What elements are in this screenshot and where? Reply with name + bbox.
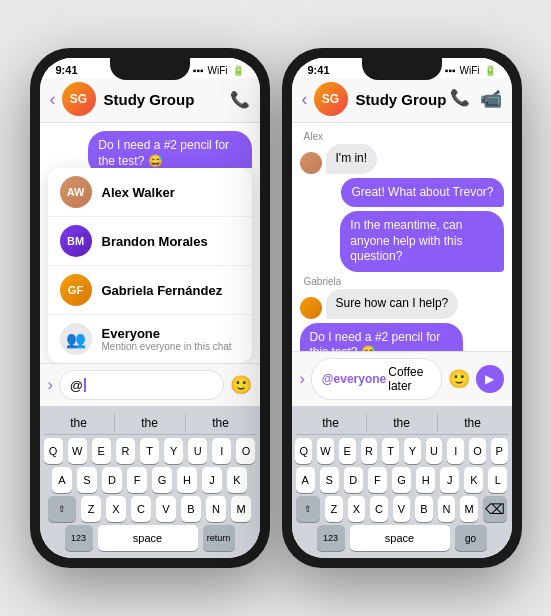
key2-go[interactable]: go [455,525,487,551]
key-w[interactable]: W [68,438,87,464]
key2-123[interactable]: 123 [317,525,345,551]
chat-area-2: Alex I'm in! Great! What about Trevor? I… [292,123,512,351]
key2-delete[interactable]: ⌫ [483,496,508,522]
key2-j[interactable]: J [440,467,459,493]
key-j[interactable]: J [202,467,222,493]
status-bar-2: 9:41 ▪▪▪ WiFi 🔋 [292,58,512,78]
key-space-1[interactable]: space [98,525,198,551]
key-a[interactable]: A [52,467,72,493]
mention-info-gabriela: Gabriela Fernández [102,283,240,298]
group-avatar-1: SG [62,82,96,116]
key-m[interactable]: M [231,496,251,522]
mention-dropdown: AW Alex Walker BM Brandon Morales GF [48,168,252,363]
key2-v[interactable]: V [393,496,411,522]
suggestion-2-1[interactable]: the [296,414,367,432]
suggestion-1-2[interactable]: the [115,414,186,432]
key-h[interactable]: H [177,467,197,493]
key-f[interactable]: F [127,467,147,493]
key-o[interactable]: O [236,438,255,464]
expand-icon-1[interactable]: › [48,376,53,394]
key-d[interactable]: D [102,467,122,493]
alex-avatar [300,152,322,174]
key-q[interactable]: Q [44,438,63,464]
expand-icon-2[interactable]: › [300,370,305,388]
key-123-1[interactable]: 123 [65,525,93,551]
message-input-2[interactable]: @everyone Coffee later [311,358,442,400]
send-button-2[interactable]: ▶ [476,365,504,393]
call-icon-2[interactable]: 📞 [450,88,470,110]
key2-z[interactable]: Z [325,496,343,522]
last-sent-group: Do I need a #2 pencil for this test? 😅 [300,323,504,351]
message-input-1[interactable]: @ [59,370,224,400]
key-shift[interactable]: ⇧ [48,496,76,522]
alex-message: I'm in! [326,144,378,174]
key2-shift[interactable]: ⇧ [296,496,321,522]
key-y[interactable]: Y [164,438,183,464]
keyboard-2: the the the Q W E R T Y U I O P A [292,406,512,558]
back-button-2[interactable]: ‹ [302,89,308,110]
key-r[interactable]: R [116,438,135,464]
mention-item-brandon[interactable]: BM Brandon Morales [48,217,252,266]
key-i[interactable]: I [212,438,231,464]
key-k[interactable]: K [227,467,247,493]
key2-d[interactable]: D [344,467,363,493]
emoji-button-2[interactable]: 🙂 [448,368,470,390]
key2-l[interactable]: L [488,467,507,493]
mention-item-everyone[interactable]: 👥 Everyone Mention everyone in this chat [48,315,252,363]
key2-y[interactable]: Y [404,438,421,464]
key-c[interactable]: C [131,496,151,522]
input-area-1: › @ 🙂 [40,363,260,406]
input-at-symbol: @ [70,378,83,393]
emoji-button-1[interactable]: 🙂 [230,374,252,396]
keyboard-1: the the the Q W E R T Y U I O A S [40,406,260,558]
suggestion-2-3[interactable]: the [438,414,508,432]
sent-message-2c: Do I need a #2 pencil for this test? 😅 [300,323,463,351]
key2-i[interactable]: I [447,438,464,464]
key2-a[interactable]: A [296,467,315,493]
key2-f[interactable]: F [368,467,387,493]
key2-c[interactable]: C [370,496,388,522]
key2-k[interactable]: K [464,467,483,493]
mention-name-gabriela: Gabriela Fernández [102,283,240,298]
key2-q[interactable]: Q [295,438,312,464]
signal-icon: ▪▪▪ [193,65,204,76]
key2-x[interactable]: X [348,496,366,522]
key-z[interactable]: Z [81,496,101,522]
key-t[interactable]: T [140,438,159,464]
key-n[interactable]: N [206,496,226,522]
key2-r[interactable]: R [361,438,378,464]
key-e[interactable]: E [92,438,111,464]
key2-u[interactable]: U [426,438,443,464]
key2-s[interactable]: S [320,467,339,493]
key-s[interactable]: S [77,467,97,493]
mention-tag-everyone: @everyone [322,372,386,386]
mention-item-gabriela[interactable]: GF Gabriela Fernández [48,266,252,315]
time-1: 9:41 [56,64,78,76]
key2-t[interactable]: T [382,438,399,464]
key2-m[interactable]: M [460,496,478,522]
key-g[interactable]: G [152,467,172,493]
key2-g[interactable]: G [392,467,411,493]
mention-item-alex[interactable]: AW Alex Walker [48,168,252,217]
back-button-1[interactable]: ‹ [50,89,56,110]
key2-b[interactable]: B [415,496,433,522]
key-x[interactable]: X [106,496,126,522]
wifi-icon-2: WiFi [460,65,480,76]
suggestion-1-1[interactable]: the [44,414,115,432]
key2-e[interactable]: E [339,438,356,464]
key2-space[interactable]: space [350,525,450,551]
call-icon-1[interactable]: 📞 [230,90,250,109]
key2-p[interactable]: P [491,438,508,464]
key2-o[interactable]: O [469,438,486,464]
suggestion-2-2[interactable]: the [367,414,438,432]
status-icons-1: ▪▪▪ WiFi 🔋 [193,65,244,76]
key-u[interactable]: U [188,438,207,464]
key2-n[interactable]: N [438,496,456,522]
key-v[interactable]: V [156,496,176,522]
suggestion-1-3[interactable]: the [186,414,256,432]
key-return-1[interactable]: return [203,525,235,551]
key2-w[interactable]: W [317,438,334,464]
key-b[interactable]: B [181,496,201,522]
video-icon-2[interactable]: 📹 [480,88,502,110]
key2-h[interactable]: H [416,467,435,493]
